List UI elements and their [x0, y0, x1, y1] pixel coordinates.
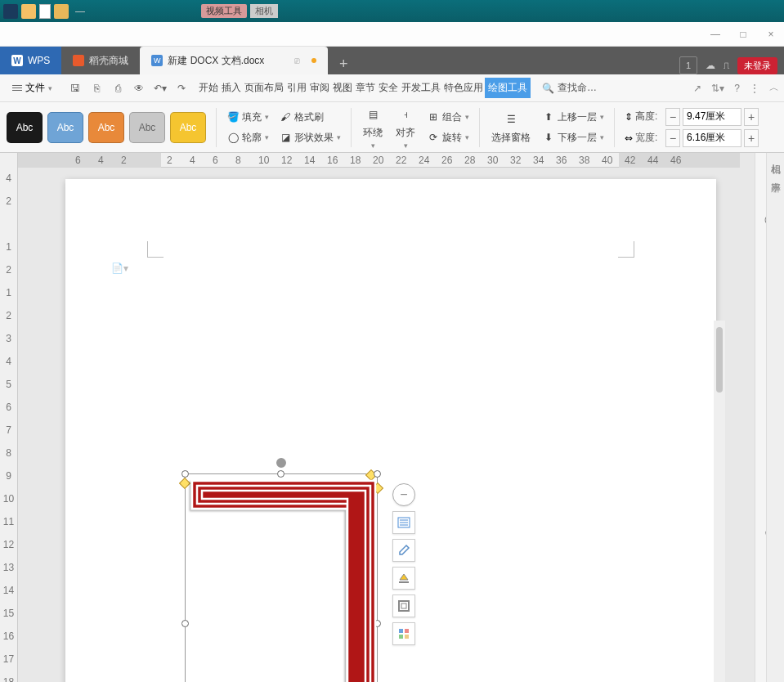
- rotate-button[interactable]: ⟳旋转▾: [423, 129, 473, 146]
- send-backward-button[interactable]: ⬇下移一层▾: [539, 129, 607, 146]
- device-icon[interactable]: ⎚: [294, 56, 300, 65]
- sync-icon[interactable]: ⇅▾: [711, 83, 724, 94]
- wps-icon: W: [11, 55, 23, 66]
- ribbon-toolbar: Abc Abc Abc Abc Abc 🪣填充▾ ◯轮廓▾ 🖌格式刷 ◪形状效果…: [0, 102, 784, 153]
- align-button[interactable]: ⫞对齐▾: [391, 101, 420, 153]
- tab-mall[interactable]: 稻壳商城: [61, 47, 140, 74]
- para-mark-icon[interactable]: 📄▾: [111, 262, 128, 274]
- edit-option[interactable]: [392, 539, 415, 562]
- undo-button[interactable]: ↶▾: [153, 81, 168, 96]
- clipboard-icon[interactable]: ⎘: [89, 81, 104, 96]
- menu-layout[interactable]: 页面布局: [243, 78, 285, 98]
- folder2-icon[interactable]: [54, 4, 69, 19]
- print-icon[interactable]: ⎙: [110, 81, 125, 96]
- menu-review[interactable]: 审阅: [308, 78, 331, 98]
- collapse-button[interactable]: −: [392, 483, 415, 506]
- camera-tab[interactable]: 相机: [250, 4, 278, 18]
- more-option[interactable]: [392, 622, 415, 645]
- svg-rect-8: [405, 629, 409, 633]
- collapse-ribbon[interactable]: ︿: [769, 81, 779, 95]
- task-icon[interactable]: [3, 4, 18, 19]
- menu-insert[interactable]: 插入: [220, 78, 243, 98]
- height-dec[interactable]: −: [665, 108, 680, 126]
- layout-option[interactable]: [392, 511, 415, 534]
- svg-rect-7: [399, 629, 403, 633]
- scroll-thumb[interactable]: [716, 327, 723, 393]
- preview-icon[interactable]: 👁: [132, 81, 146, 96]
- menubar-right: ↗ ⇅▾ ? ⋮ ︿: [693, 81, 779, 95]
- maximize-button[interactable]: □: [735, 26, 751, 43]
- export-icon[interactable]: ↗: [693, 83, 701, 94]
- swatch-gray[interactable]: Abc: [129, 112, 165, 143]
- brush-icon: 🖌: [279, 110, 292, 123]
- redo-button[interactable]: ↷: [174, 81, 189, 96]
- svg-rect-5: [399, 601, 409, 611]
- cloud-icon[interactable]: ☁: [706, 60, 715, 71]
- width-icon: ⇔: [625, 132, 633, 144]
- width-inc[interactable]: +: [744, 129, 759, 147]
- menu-start[interactable]: 开始: [197, 78, 220, 98]
- docx-icon: W: [151, 55, 163, 66]
- menu-drawing[interactable]: 绘图工具: [485, 78, 531, 98]
- fill-option[interactable]: [392, 567, 415, 590]
- vertical-scrollbar[interactable]: [714, 321, 725, 682]
- width-input[interactable]: [683, 129, 741, 147]
- file-menu[interactable]: 文件 ▾: [5, 77, 60, 99]
- folder-icon[interactable]: [21, 4, 36, 19]
- wrap-button[interactable]: ▤环绕▾: [358, 101, 388, 153]
- svg-rect-9: [399, 635, 403, 639]
- vertical-ruler[interactable]: 4212123456789101112131415161718192021222…: [0, 153, 18, 682]
- height-input[interactable]: [683, 108, 741, 126]
- menu-special[interactable]: 特色应用: [442, 78, 485, 98]
- quick-access: 🖫 ⎘ ⎙ 👁 ↶▾ ↷: [68, 81, 189, 96]
- tab-wps[interactable]: W WPS: [0, 47, 61, 74]
- shirt-icon[interactable]: ⎍: [724, 60, 729, 71]
- file-label: 文件: [25, 81, 45, 95]
- swatch-blue[interactable]: Abc: [47, 112, 83, 143]
- horizontal-ruler[interactable]: 6422468101214161820222426283032343638404…: [18, 153, 740, 168]
- command-search[interactable]: 🔍 查找命…: [537, 79, 602, 96]
- shape-fx-button[interactable]: ◪形状效果▾: [276, 129, 344, 146]
- tab-document[interactable]: W 新建 DOCX 文档.docx ⎚: [140, 47, 328, 74]
- menu-view[interactable]: 视图: [331, 78, 354, 98]
- bring-forward-button[interactable]: ⬆上移一层▾: [539, 109, 607, 126]
- style-swatches: Abc Abc Abc Abc Abc: [3, 112, 209, 143]
- menu-devtools[interactable]: 开发工具: [400, 78, 442, 98]
- minimize-button[interactable]: —: [707, 26, 724, 43]
- tabbar-right: 1 ☁ ⎍ 未登录: [673, 56, 784, 74]
- menu-ref[interactable]: 引用: [285, 78, 308, 98]
- outline-icon: ◯: [226, 131, 240, 144]
- video-tool-tab[interactable]: 视频工具: [201, 4, 247, 18]
- outline-option[interactable]: [392, 595, 415, 617]
- counter-badge[interactable]: 1: [679, 56, 697, 74]
- document-page[interactable]: 📄▾: [65, 179, 716, 682]
- menu-chapter[interactable]: 章节: [354, 78, 377, 98]
- rotate-handle[interactable]: [275, 456, 288, 469]
- down-layer-icon: ⬇: [542, 131, 555, 144]
- save-icon[interactable]: 🖫: [68, 81, 83, 96]
- swatch-black[interactable]: Abc: [7, 112, 43, 143]
- fill-button[interactable]: 🪣填充▾: [223, 109, 272, 126]
- doc-icon[interactable]: [39, 4, 51, 19]
- format-painter-button[interactable]: 🖌格式刷: [276, 109, 344, 126]
- height-inc[interactable]: +: [744, 108, 759, 126]
- ribbon-tabs: 开始 插入 页面布局 引用 审阅 视图 章节 安全 开发工具 特色应用 绘图工具: [197, 78, 531, 98]
- unsaved-dot: [311, 58, 316, 63]
- more-icon[interactable]: ⋮: [750, 83, 759, 94]
- swatch-yellow[interactable]: Abc: [170, 112, 206, 143]
- login-button[interactable]: 未登录: [737, 57, 777, 74]
- tab-label: WPS: [28, 55, 50, 66]
- group-button[interactable]: ⊞组合▾: [423, 109, 473, 126]
- close-button[interactable]: ×: [763, 26, 779, 43]
- ribbon-shape[interactable]: [186, 474, 379, 682]
- help-icon[interactable]: ?: [734, 83, 740, 94]
- swatch-orange[interactable]: Abc: [88, 112, 124, 143]
- outline-button[interactable]: ◯轮廓▾: [223, 129, 272, 146]
- shape-selection[interactable]: [185, 473, 378, 682]
- add-tab-button[interactable]: +: [333, 53, 354, 74]
- menu-security[interactable]: 安全: [377, 78, 400, 98]
- width-dec[interactable]: −: [665, 129, 680, 147]
- selection-pane-button[interactable]: ☰选择窗格: [486, 106, 535, 148]
- rotate-icon: ⟳: [427, 131, 440, 144]
- svg-rect-4: [399, 581, 409, 583]
